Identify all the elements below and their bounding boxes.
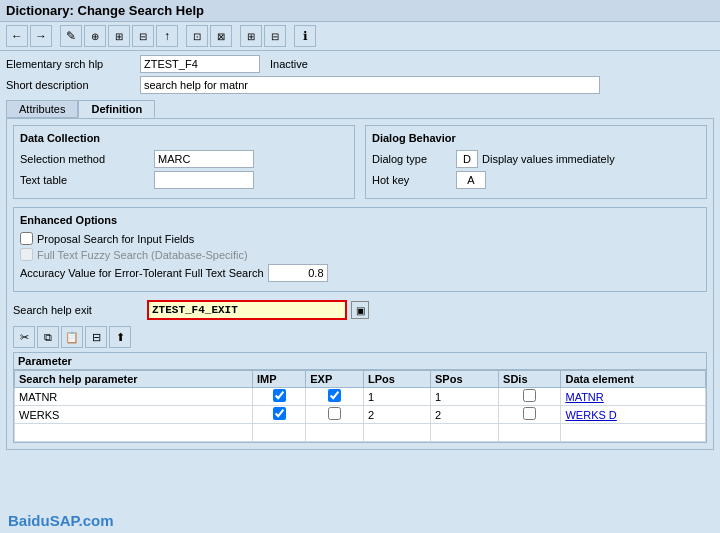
where-used-btn[interactable]: ⊞	[108, 25, 130, 47]
sdis-cell	[499, 424, 561, 442]
elem-srch-hlp-input[interactable]	[140, 55, 260, 73]
col-lpos: LPos	[364, 371, 431, 388]
title-bar: Dictionary: Change Search Help	[0, 0, 720, 22]
data-collection-section: Data Collection Selection method Text ta…	[13, 125, 355, 199]
text-table-row: Text table	[20, 171, 348, 189]
main-content: Elementary srch hlp Inactive Short descr…	[0, 51, 720, 454]
two-col-section: Data Collection Selection method Text ta…	[13, 125, 707, 207]
exp-cell	[306, 424, 364, 442]
param-cell: MATNR	[15, 388, 253, 406]
btn-8[interactable]: ⊠	[210, 25, 232, 47]
parameter-title: Parameter	[14, 353, 706, 370]
text-table-input[interactable]	[154, 171, 254, 189]
table-row: WERKS22WERKS D	[15, 406, 706, 424]
col-data-element: Data element	[561, 371, 706, 388]
search-help-exit-browse-btn[interactable]: ▣	[351, 301, 369, 319]
main-toolbar: ← → ✎ ⊕ ⊞ ⊟ ↑ ⊡ ⊠ ⊞ ⊟ ℹ	[0, 22, 720, 51]
move-mini-btn[interactable]: ⬆	[109, 326, 131, 348]
short-desc-input[interactable]	[140, 76, 600, 94]
sdis-cell	[499, 388, 561, 406]
spos-cell: 2	[430, 406, 498, 424]
forward-btn[interactable]: →	[30, 25, 52, 47]
accuracy-input[interactable]	[268, 264, 328, 282]
sdis-checkbox[interactable]	[523, 389, 536, 402]
exp-cell	[306, 406, 364, 424]
selection-method-row: Selection method	[20, 150, 348, 168]
edit-btn[interactable]: ✎	[60, 25, 82, 47]
imp-cell	[252, 424, 305, 442]
param-cell: WERKS	[15, 406, 253, 424]
mini-toolbar: ✂ ⧉ 📋 ⊟ ⬆	[13, 326, 707, 348]
data-collection-title: Data Collection	[20, 132, 348, 144]
lpos-cell: 1	[364, 388, 431, 406]
spos-cell: 1	[430, 388, 498, 406]
text-table-label: Text table	[20, 174, 150, 186]
spos-cell	[430, 424, 498, 442]
exp-cell	[306, 388, 364, 406]
enhanced-options-title: Enhanced Options	[20, 214, 700, 226]
accuracy-row: Accuracy Value for Error-Tolerant Full T…	[20, 264, 700, 282]
dialog-type-label: Dialog type	[372, 153, 452, 165]
elem-srch-hlp-row: Elementary srch hlp Inactive	[6, 55, 714, 73]
lpos-cell: 2	[364, 406, 431, 424]
sdis-cell	[499, 406, 561, 424]
search-help-exit-label: Search help exit	[13, 304, 143, 316]
short-desc-row: Short description	[6, 76, 714, 94]
imp-checkbox[interactable]	[273, 389, 286, 402]
enhanced-options-section: Enhanced Options Proposal Search for Inp…	[13, 207, 707, 292]
hot-key-input[interactable]	[456, 171, 486, 189]
btn-10[interactable]: ⊟	[264, 25, 286, 47]
parameter-table: Search help parameter IMP EXP LPos SPos …	[14, 370, 706, 442]
full-text-label: Full Text Fuzzy Search (Database-Specifi…	[37, 249, 248, 261]
search-help-exit-row: Search help exit ▣	[13, 300, 707, 320]
short-desc-label: Short description	[6, 79, 136, 91]
selection-method-label: Selection method	[20, 153, 150, 165]
info-btn[interactable]: ℹ	[294, 25, 316, 47]
back-btn[interactable]: ←	[6, 25, 28, 47]
delete-mini-btn[interactable]: ⊟	[85, 326, 107, 348]
dialog-behavior-title: Dialog Behavior	[372, 132, 700, 144]
sdis-checkbox[interactable]	[523, 407, 536, 420]
dialog-type-row: Dialog type Display values immediately	[372, 150, 700, 168]
hot-key-row: Hot key	[372, 171, 700, 189]
full-text-row: Full Text Fuzzy Search (Database-Specifi…	[20, 248, 700, 261]
dialog-type-desc: Display values immediately	[482, 153, 615, 165]
tab-attributes[interactable]: Attributes	[6, 100, 78, 118]
watermark: BaiduSAP.com	[8, 512, 114, 529]
data-element-cell	[561, 424, 706, 442]
btn-6[interactable]: ↑	[156, 25, 178, 47]
dialog-type-code-input[interactable]	[456, 150, 478, 168]
search-help-exit-input[interactable]	[147, 300, 347, 320]
selection-method-input[interactable]	[154, 150, 254, 168]
cut-mini-btn[interactable]: ✂	[13, 326, 35, 348]
btn-7[interactable]: ⊡	[186, 25, 208, 47]
param-cell	[15, 424, 253, 442]
data-element-cell: WERKS D	[561, 406, 706, 424]
col-imp: IMP	[252, 371, 305, 388]
tab-bar: Attributes Definition	[6, 100, 714, 118]
col-sdis: SDis	[499, 371, 561, 388]
lpos-cell	[364, 424, 431, 442]
tab-definition[interactable]: Definition	[78, 100, 155, 118]
table-row: MATNR11MATNR	[15, 388, 706, 406]
data-element-cell: MATNR	[561, 388, 706, 406]
tab-definition-content: Data Collection Selection method Text ta…	[6, 118, 714, 450]
proposal-search-row: Proposal Search for Input Fields	[20, 232, 700, 245]
col-exp: EXP	[306, 371, 364, 388]
imp-checkbox[interactable]	[273, 407, 286, 420]
btn-5[interactable]: ⊟	[132, 25, 154, 47]
exp-checkbox[interactable]	[328, 389, 341, 402]
activate-btn[interactable]: ⊕	[84, 25, 106, 47]
full-text-checkbox[interactable]	[20, 248, 33, 261]
btn-9[interactable]: ⊞	[240, 25, 262, 47]
table-row	[15, 424, 706, 442]
accuracy-label: Accuracy Value for Error-Tolerant Full T…	[20, 267, 264, 279]
col-spos: SPos	[430, 371, 498, 388]
dialog-behavior-section: Dialog Behavior Dialog type Display valu…	[365, 125, 707, 199]
paste-mini-btn[interactable]: 📋	[61, 326, 83, 348]
copy-mini-btn[interactable]: ⧉	[37, 326, 59, 348]
elem-srch-hlp-status: Inactive	[270, 58, 308, 70]
title-text: Dictionary: Change Search Help	[6, 3, 204, 18]
exp-checkbox[interactable]	[328, 407, 341, 420]
proposal-search-checkbox[interactable]	[20, 232, 33, 245]
